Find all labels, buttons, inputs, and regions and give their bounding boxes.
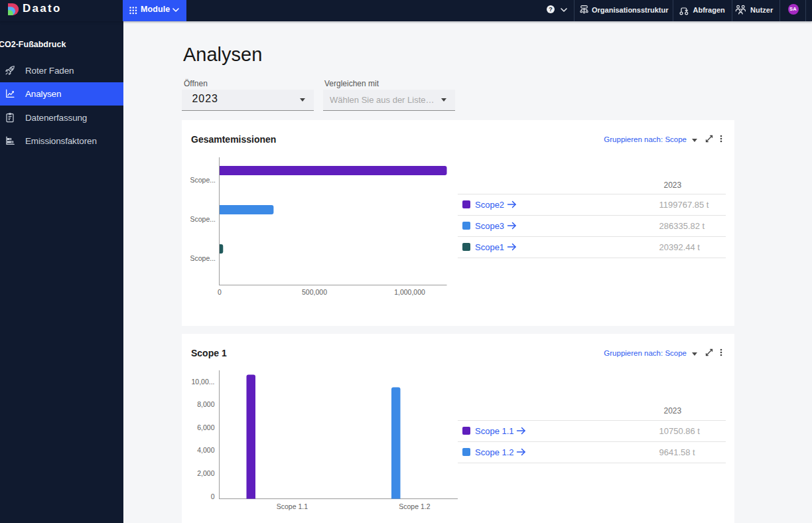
svg-text:8,000: 8,000 [197,400,214,408]
svg-text:1,000,000: 1,000,000 [394,288,425,296]
svg-text:2,000: 2,000 [197,469,214,477]
svg-text:0: 0 [211,492,215,500]
svg-text:10,00...: 10,00... [191,378,214,386]
svg-text:Scope 1.1: Scope 1.1 [277,502,308,510]
svg-text:Scope...: Scope... [190,176,216,184]
svg-text:4,000: 4,000 [197,446,214,454]
svg-text:0: 0 [218,288,222,296]
svg-text:6,000: 6,000 [197,423,214,431]
svg-text:500,000: 500,000 [302,288,327,296]
svg-text:Scope...: Scope... [190,254,216,262]
svg-text:Scope 1.2: Scope 1.2 [399,502,430,510]
svg-text:Scope...: Scope... [190,215,216,223]
